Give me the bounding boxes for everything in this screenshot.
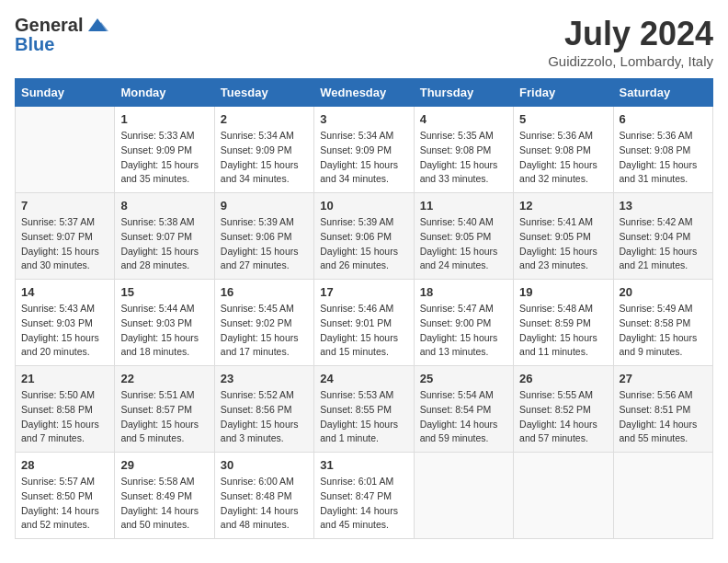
- day-number: 23: [221, 372, 308, 385]
- calendar-cell: 31Sunrise: 6:01 AMSunset: 8:47 PMDayligh…: [314, 453, 414, 539]
- title-block: July 2024 Guidizzolo, Lombardy, Italy: [548, 15, 713, 69]
- day-number: 6: [620, 112, 707, 126]
- day-info: Sunrise: 5:34 AMSunset: 9:09 PMDaylight:…: [221, 129, 308, 187]
- calendar-cell: 8Sunrise: 5:38 AMSunset: 9:07 PMDaylight…: [115, 193, 214, 280]
- day-number: 10: [320, 199, 407, 213]
- calendar-cell: 3Sunrise: 5:34 AMSunset: 9:09 PMDaylight…: [314, 107, 414, 193]
- day-info: Sunrise: 5:43 AMSunset: 9:03 PMDaylight:…: [21, 302, 108, 360]
- calendar-cell: 18Sunrise: 5:47 AMSunset: 9:00 PMDayligh…: [414, 280, 513, 366]
- calendar-cell: 25Sunrise: 5:54 AMSunset: 8:54 PMDayligh…: [414, 366, 513, 453]
- day-info: Sunrise: 5:36 AMSunset: 9:08 PMDaylight:…: [519, 129, 607, 187]
- day-info: Sunrise: 5:51 AMSunset: 8:57 PMDaylight:…: [120, 388, 208, 446]
- day-number: 15: [120, 285, 208, 299]
- day-number: 27: [620, 372, 707, 385]
- logo-icon: [85, 15, 110, 35]
- calendar-cell: 24Sunrise: 5:53 AMSunset: 8:55 PMDayligh…: [314, 366, 414, 453]
- header-day-monday: Monday: [115, 79, 214, 107]
- calendar-table: SundayMondayTuesdayWednesdayThursdayFrid…: [15, 78, 713, 539]
- header-day-saturday: Saturday: [613, 79, 712, 107]
- day-info: Sunrise: 6:01 AMSunset: 8:47 PMDaylight:…: [320, 475, 407, 533]
- day-info: Sunrise: 5:33 AMSunset: 9:09 PMDaylight:…: [120, 129, 208, 187]
- calendar-cell: 19Sunrise: 5:48 AMSunset: 8:59 PMDayligh…: [514, 280, 613, 366]
- calendar-cell: 5Sunrise: 5:36 AMSunset: 9:08 PMDaylight…: [514, 107, 613, 193]
- calendar-cell: 26Sunrise: 5:55 AMSunset: 8:52 PMDayligh…: [514, 366, 613, 453]
- calendar-cell: 16Sunrise: 5:45 AMSunset: 9:02 PMDayligh…: [214, 280, 313, 366]
- day-info: Sunrise: 5:50 AMSunset: 8:58 PMDaylight:…: [21, 388, 108, 446]
- month-title: July 2024: [548, 15, 713, 53]
- day-info: Sunrise: 5:46 AMSunset: 9:01 PMDaylight:…: [320, 302, 407, 360]
- calendar-cell: 17Sunrise: 5:46 AMSunset: 9:01 PMDayligh…: [314, 280, 414, 366]
- day-number: 30: [221, 458, 308, 472]
- day-number: 22: [120, 372, 208, 385]
- day-info: Sunrise: 5:39 AMSunset: 9:06 PMDaylight:…: [320, 215, 407, 273]
- day-number: 19: [519, 285, 607, 299]
- day-number: 18: [420, 285, 507, 299]
- week-row-2: 7Sunrise: 5:37 AMSunset: 9:07 PMDaylight…: [16, 193, 713, 280]
- day-number: 5: [519, 112, 607, 126]
- calendar-cell: 11Sunrise: 5:40 AMSunset: 9:05 PMDayligh…: [414, 193, 513, 280]
- calendar-cell: [16, 107, 115, 193]
- calendar-cell: 14Sunrise: 5:43 AMSunset: 9:03 PMDayligh…: [16, 280, 115, 366]
- calendar-header-row: SundayMondayTuesdayWednesdayThursdayFrid…: [16, 79, 713, 107]
- location: Guidizzolo, Lombardy, Italy: [548, 53, 713, 69]
- day-info: Sunrise: 5:39 AMSunset: 9:06 PMDaylight:…: [221, 215, 308, 273]
- day-info: Sunrise: 5:53 AMSunset: 8:55 PMDaylight:…: [320, 388, 407, 446]
- calendar-cell: 10Sunrise: 5:39 AMSunset: 9:06 PMDayligh…: [314, 193, 414, 280]
- logo: General Blue: [15, 15, 110, 53]
- calendar-cell: 27Sunrise: 5:56 AMSunset: 8:51 PMDayligh…: [613, 366, 712, 453]
- week-row-5: 28Sunrise: 5:57 AMSunset: 8:50 PMDayligh…: [16, 453, 713, 539]
- day-info: Sunrise: 5:40 AMSunset: 9:05 PMDaylight:…: [420, 215, 507, 273]
- week-row-4: 21Sunrise: 5:50 AMSunset: 8:58 PMDayligh…: [16, 366, 713, 453]
- day-info: Sunrise: 5:56 AMSunset: 8:51 PMDaylight:…: [620, 388, 707, 446]
- day-number: 25: [420, 372, 507, 385]
- calendar-cell: 7Sunrise: 5:37 AMSunset: 9:07 PMDaylight…: [16, 193, 115, 280]
- header-day-thursday: Thursday: [414, 79, 513, 107]
- calendar-cell: [613, 453, 712, 539]
- day-info: Sunrise: 5:36 AMSunset: 9:08 PMDaylight:…: [620, 129, 707, 187]
- calendar-cell: 20Sunrise: 5:49 AMSunset: 8:58 PMDayligh…: [613, 280, 712, 366]
- logo-blue: Blue: [15, 35, 54, 53]
- day-number: 16: [221, 285, 308, 299]
- day-number: 4: [420, 112, 507, 126]
- day-info: Sunrise: 5:47 AMSunset: 9:00 PMDaylight:…: [420, 302, 507, 360]
- day-number: 24: [320, 372, 407, 385]
- calendar-cell: 9Sunrise: 5:39 AMSunset: 9:06 PMDaylight…: [214, 193, 313, 280]
- calendar-cell: [414, 453, 513, 539]
- calendar-cell: 4Sunrise: 5:35 AMSunset: 9:08 PMDaylight…: [414, 107, 513, 193]
- day-number: 20: [620, 285, 707, 299]
- day-number: 3: [320, 112, 407, 126]
- calendar-cell: 30Sunrise: 6:00 AMSunset: 8:48 PMDayligh…: [214, 453, 313, 539]
- week-row-3: 14Sunrise: 5:43 AMSunset: 9:03 PMDayligh…: [16, 280, 713, 366]
- calendar-cell: 12Sunrise: 5:41 AMSunset: 9:05 PMDayligh…: [514, 193, 613, 280]
- calendar-cell: 13Sunrise: 5:42 AMSunset: 9:04 PMDayligh…: [613, 193, 712, 280]
- calendar-cell: [514, 453, 613, 539]
- page-header: General Blue July 2024 Guidizzolo, Lomba…: [15, 15, 713, 69]
- calendar-cell: 23Sunrise: 5:52 AMSunset: 8:56 PMDayligh…: [214, 366, 313, 453]
- day-info: Sunrise: 5:42 AMSunset: 9:04 PMDaylight:…: [620, 215, 707, 273]
- calendar-cell: 29Sunrise: 5:58 AMSunset: 8:49 PMDayligh…: [115, 453, 214, 539]
- day-number: 17: [320, 285, 407, 299]
- day-info: Sunrise: 5:41 AMSunset: 9:05 PMDaylight:…: [519, 215, 607, 273]
- day-info: Sunrise: 5:38 AMSunset: 9:07 PMDaylight:…: [120, 215, 208, 273]
- header-day-tuesday: Tuesday: [214, 79, 313, 107]
- day-info: Sunrise: 5:35 AMSunset: 9:08 PMDaylight:…: [420, 129, 507, 187]
- calendar-cell: 2Sunrise: 5:34 AMSunset: 9:09 PMDaylight…: [214, 107, 313, 193]
- day-number: 11: [420, 199, 507, 213]
- day-info: Sunrise: 6:00 AMSunset: 8:48 PMDaylight:…: [221, 475, 308, 533]
- day-number: 26: [519, 372, 607, 385]
- day-info: Sunrise: 5:52 AMSunset: 8:56 PMDaylight:…: [221, 388, 308, 446]
- day-number: 21: [21, 372, 108, 385]
- day-number: 7: [21, 199, 108, 213]
- day-info: Sunrise: 5:57 AMSunset: 8:50 PMDaylight:…: [21, 475, 108, 533]
- day-info: Sunrise: 5:37 AMSunset: 9:07 PMDaylight:…: [21, 215, 108, 273]
- calendar-cell: 22Sunrise: 5:51 AMSunset: 8:57 PMDayligh…: [115, 366, 214, 453]
- day-info: Sunrise: 5:49 AMSunset: 8:58 PMDaylight:…: [620, 302, 707, 360]
- calendar-cell: 6Sunrise: 5:36 AMSunset: 9:08 PMDaylight…: [613, 107, 712, 193]
- day-number: 14: [21, 285, 108, 299]
- day-number: 2: [221, 112, 308, 126]
- day-info: Sunrise: 5:45 AMSunset: 9:02 PMDaylight:…: [221, 302, 308, 360]
- calendar-cell: 28Sunrise: 5:57 AMSunset: 8:50 PMDayligh…: [16, 453, 115, 539]
- day-info: Sunrise: 5:44 AMSunset: 9:03 PMDaylight:…: [120, 302, 208, 360]
- calendar-cell: 15Sunrise: 5:44 AMSunset: 9:03 PMDayligh…: [115, 280, 214, 366]
- day-info: Sunrise: 5:54 AMSunset: 8:54 PMDaylight:…: [420, 388, 507, 446]
